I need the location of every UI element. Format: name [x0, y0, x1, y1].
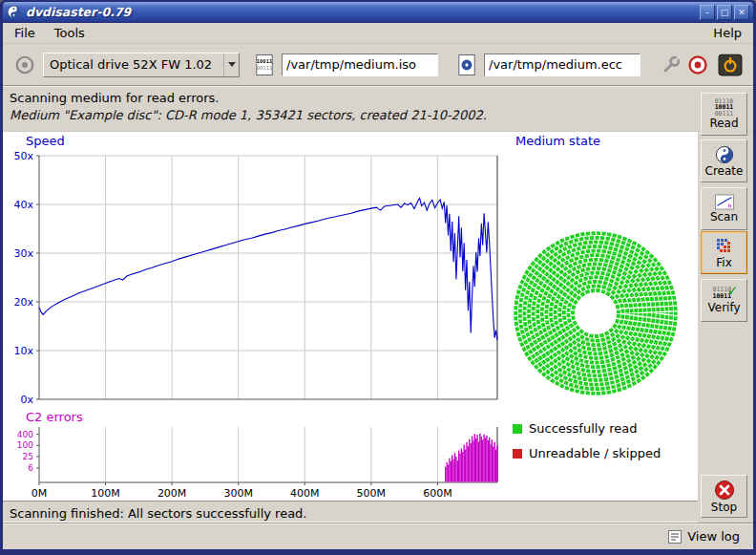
chevron-down-icon: [223, 53, 239, 76]
create-button-label: Create: [705, 165, 744, 178]
verify-button[interactable]: 01110 10011 ✓ Verify: [701, 279, 747, 322]
verify-button-label: Verify: [707, 302, 740, 314]
medium-state-panel: Medium state Successfully read Unreadabl…: [509, 132, 698, 501]
ecc-file-icon: [455, 53, 478, 77]
legend-bad-swatch: [513, 449, 522, 459]
svg-text:10x: 10x: [13, 345, 33, 357]
stop-icon: [714, 480, 735, 501]
svg-text:25: 25: [23, 452, 33, 461]
svg-text:40x: 40x: [13, 199, 33, 211]
medium-state-title: Medium state: [515, 134, 600, 148]
speed-chart-title: Speed: [26, 134, 65, 148]
svg-text:300M: 300M: [223, 487, 253, 500]
status-line-1: Scanning medium for read errors.: [10, 91, 753, 105]
iso-image-icon: 10011 00111: [253, 53, 276, 77]
svg-text:200M: 200M: [158, 487, 187, 500]
drive-select-value: Optical drive 52X FW 1.02: [44, 57, 223, 72]
quit-button[interactable]: [717, 52, 744, 78]
svg-text:6: 6: [28, 463, 33, 473]
svg-text:50x: 50x: [13, 150, 33, 162]
drawing-area: 0x10x20x30x40x50x0M100M200M300M400M500M6…: [3, 132, 698, 501]
bottom-bar: View log: [3, 523, 753, 549]
fix-button[interactable]: Fix: [701, 231, 747, 274]
minimize-button[interactable]: –: [700, 5, 715, 20]
legend-successfully-read: Successfully read: [513, 421, 637, 436]
svg-text:500M: 500M: [357, 487, 387, 500]
svg-text:100M: 100M: [91, 487, 120, 500]
svg-text:400: 400: [17, 430, 33, 439]
titlebar[interactable]: dvdisaster-0.79 – □ ✕: [3, 2, 753, 22]
svg-text:10011: 10011: [257, 58, 273, 64]
footer-status: Scanning finished: All sectors successfu…: [3, 501, 698, 523]
svg-text:00111: 00111: [257, 65, 272, 71]
window-title: dvdisaster-0.79: [26, 5, 131, 19]
drive-select[interactable]: Optical drive 52X FW 1.02: [43, 53, 240, 77]
menubar: File Tools Help: [3, 23, 753, 44]
read-button[interactable]: 01110 10011 00111 Read: [701, 93, 747, 136]
svg-text:600M: 600M: [423, 487, 452, 500]
view-log-button[interactable]: View log: [664, 527, 744, 545]
speed-and-c2-charts: 0x10x20x30x40x50x0M100M200M300M400M500M6…: [3, 132, 509, 500]
toolbar: Optical drive 52X FW 1.02 10011 00111: [3, 44, 753, 86]
drive-icon: [10, 53, 39, 77]
yinyang-icon: [715, 145, 734, 164]
window-content: File Tools Help Optical drive 52X FW 1.0…: [3, 23, 753, 549]
menu-help[interactable]: Help: [711, 25, 744, 41]
close-button[interactable]: ✕: [734, 5, 749, 20]
svg-text:0x: 0x: [20, 394, 33, 406]
read-button-label: Read: [709, 117, 738, 130]
svg-text:20x: 20x: [13, 296, 33, 309]
app-icon: [7, 5, 21, 19]
svg-text:100: 100: [17, 440, 33, 450]
wrench-icon: [661, 54, 682, 75]
disc-hub: [581, 299, 610, 328]
create-button[interactable]: Create: [701, 139, 747, 182]
app-window: dvdisaster-0.79 – □ ✕ File Tools Help Op…: [0, 0, 756, 555]
iso-path-input[interactable]: [282, 53, 438, 76]
verify-icon: 01110 10011 ✓: [713, 287, 736, 301]
action-sidebar: 01110 10011 00111 Read Create: [698, 90, 751, 523]
legend-ok-label: Successfully read: [529, 421, 637, 436]
status-line-2: Medium "Example disc": CD-R mode 1, 3534…: [10, 108, 753, 122]
help-button[interactable]: [684, 52, 711, 78]
menu-tools[interactable]: Tools: [52, 25, 87, 41]
ecc-path-input[interactable]: [484, 53, 640, 76]
status-area: Scanning medium for read errors. Medium …: [3, 86, 753, 132]
mini-chart-icon: [714, 194, 735, 210]
medium-state-disc: [510, 227, 682, 399]
c2-chart-title: C2 errors: [26, 410, 83, 424]
legend-ok-swatch: [513, 424, 522, 434]
maximize-button[interactable]: □: [717, 5, 732, 20]
window-controls: – □ ✕: [700, 5, 749, 20]
log-icon: [668, 530, 682, 544]
binary-read-icon: 01110 10011 00111: [715, 98, 734, 117]
menu-file[interactable]: File: [12, 25, 37, 41]
power-icon: [718, 53, 743, 76]
svg-text:0M: 0M: [32, 487, 48, 500]
stop-button-label: Stop: [711, 502, 737, 514]
help-icon: [687, 54, 708, 75]
stop-button[interactable]: Stop: [701, 475, 747, 518]
view-log-label: View log: [687, 529, 740, 544]
fix-icon: [715, 237, 734, 256]
svg-text:400M: 400M: [290, 487, 320, 500]
legend-bad-label: Unreadable / skipped: [529, 446, 661, 460]
legend-unreadable: Unreadable / skipped: [513, 446, 661, 460]
fix-button-label: Fix: [716, 257, 731, 269]
svg-text:30x: 30x: [13, 247, 33, 260]
scan-button[interactable]: Scan: [701, 187, 747, 230]
scan-button-label: Scan: [710, 211, 738, 224]
speed-curve: [39, 198, 497, 340]
preferences-button[interactable]: [658, 52, 684, 78]
